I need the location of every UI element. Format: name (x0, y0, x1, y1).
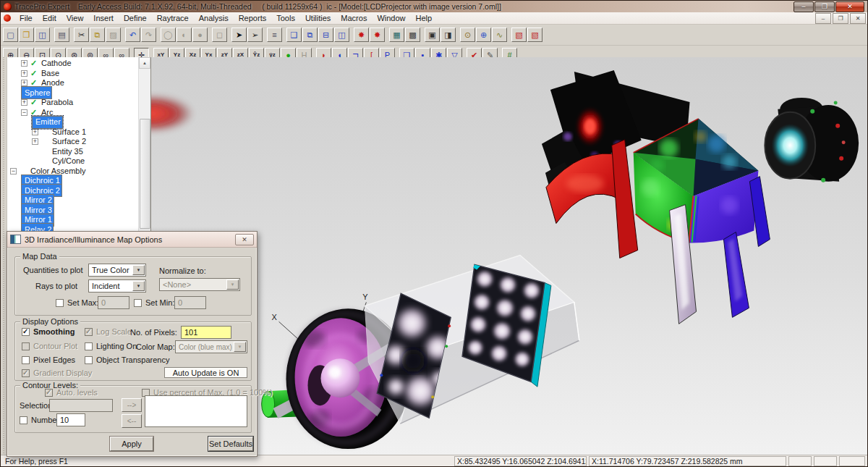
integrator-rod[interactable] (765, 98, 859, 182)
number-checkbox[interactable]: Number: (20, 416, 61, 424)
tree-item-label[interactable]: Cyl/Cone (51, 156, 86, 166)
save-file-icon[interactable]: ◫ (35, 28, 50, 42)
checkbox-box[interactable] (134, 299, 142, 307)
srt-tool-icon[interactable]: ▧ (511, 28, 527, 42)
tree-item-base[interactable]: +✓Base (7, 69, 138, 79)
tree-item-surface-1[interactable]: +Surface 1 (7, 127, 138, 138)
menu-utilities[interactable]: Utilities (300, 13, 336, 23)
minimize-button[interactable]: – (793, 1, 814, 12)
new-window-icon[interactable]: ❑ (286, 28, 302, 42)
menu-define[interactable]: Define (119, 13, 152, 23)
tree-item-label[interactable]: Entity 35 (51, 147, 85, 156)
auto-update-indicator[interactable]: Auto Update is ON (164, 367, 247, 378)
menu-analysis[interactable]: Analysis (194, 13, 234, 23)
tree-item-surface-2[interactable]: +Surface 2 (7, 137, 138, 147)
expand-icon[interactable]: + (21, 60, 27, 67)
select-arrow-icon[interactable]: ➤ (231, 28, 247, 42)
pixels-input[interactable]: 101 (181, 326, 231, 339)
new-file-icon[interactable]: ▢ (3, 28, 18, 42)
dialog-title-bar[interactable]: 3D Irradiance/Illuminance Map Options ✕ (7, 232, 257, 248)
cut-icon[interactable]: ✂ (74, 28, 89, 42)
raytrace-audit-icon[interactable]: ✸ (354, 28, 369, 42)
object-transparency-checkbox[interactable]: Object Transparency (85, 355, 170, 364)
expand-icon[interactable]: + (21, 70, 27, 77)
tree-item-label[interactable]: Sphere (21, 86, 52, 99)
grid-options-icon[interactable]: ▩ (405, 28, 420, 42)
irradiance-map-icon[interactable]: ▣ (425, 28, 440, 42)
menu-tools[interactable]: Tools (271, 13, 300, 23)
set-defaults-button[interactable]: Set Defaults (208, 437, 253, 451)
vertex-pick-icon[interactable]: ➢ (247, 28, 263, 42)
tree-item-entity-35[interactable]: Entity 35 (7, 147, 138, 157)
pixel-edges-checkbox[interactable]: Pixel Edges (22, 355, 75, 364)
tree-item-sphere[interactable]: +✓Sphere (7, 88, 138, 98)
undo-icon[interactable]: ↶ (125, 28, 140, 42)
tree-item-label[interactable]: Base (40, 69, 61, 78)
menu-file[interactable]: File (14, 13, 38, 23)
collapse-icon[interactable]: − (10, 168, 17, 174)
chevron-down-icon[interactable]: ▼ (132, 281, 145, 291)
checkbox-box[interactable] (22, 356, 30, 364)
tree-item-label[interactable]: Cathode (40, 59, 73, 68)
checkbox-box[interactable] (20, 416, 27, 424)
menu-raytrace[interactable]: Raytrace (152, 13, 194, 23)
dialog-close-icon[interactable]: ✕ (235, 234, 254, 245)
menu-edit[interactable]: Edit (38, 13, 61, 23)
mdi-minimize-button[interactable]: – (815, 13, 831, 24)
dichroic-blade-blue-2[interactable] (723, 232, 749, 318)
maximize-button[interactable]: ❐ (814, 1, 835, 12)
collapse-icon[interactable]: − (21, 109, 27, 116)
illuminance-globe-icon[interactable]: ⊕ (476, 28, 491, 42)
menu-help[interactable]: Help (411, 13, 438, 23)
checkbox-box[interactable] (85, 356, 93, 364)
set-max-checkbox[interactable]: Set Max: (56, 298, 98, 307)
tile-horizontal-icon[interactable]: ⊟ (318, 28, 333, 42)
tree-item-label[interactable]: Surface 2 (51, 137, 88, 146)
tree-item-emitter[interactable]: +Emitter (7, 117, 138, 127)
menu-view[interactable]: View (61, 13, 89, 23)
menu-insert[interactable]: Insert (88, 13, 119, 23)
expand-icon[interactable]: + (21, 99, 27, 106)
toolbar-group: ❑⧉⊟◫ (286, 28, 350, 42)
add-level-button: --> (122, 398, 142, 412)
raytrace-reu-icon[interactable]: ✸ (370, 28, 385, 42)
irradiance-3d-map-icon[interactable]: ◨ (441, 28, 456, 42)
expand-icon[interactable]: + (32, 129, 38, 135)
expand-icon[interactable]: + (32, 138, 38, 145)
close-button[interactable]: ✕ (835, 1, 864, 12)
cascade-windows-icon[interactable]: ⧉ (302, 28, 318, 42)
apply-button[interactable]: Apply (110, 437, 153, 451)
print-icon[interactable]: ▤ (54, 28, 69, 42)
tree-item-label[interactable]: Emitter (32, 116, 63, 129)
tree-item-arc[interactable]: −✓Arc (7, 108, 138, 118)
contour-levels-list[interactable] (145, 395, 247, 427)
checkbox-box[interactable] (22, 328, 30, 336)
copy-icon[interactable]: ⧉ (90, 28, 105, 42)
menu-window[interactable]: Window (372, 13, 410, 23)
number-input[interactable]: 10 (56, 413, 85, 426)
notes-icon[interactable]: ≡ (267, 28, 282, 42)
smoothing-checkbox[interactable]: Smoothing (22, 327, 75, 336)
scrollbar-up-icon[interactable]: ▲ (139, 57, 150, 69)
quantities-select[interactable]: True Color▼ (88, 264, 146, 277)
mdi-restore-button[interactable]: ❐ (833, 13, 848, 24)
tree-item-cyl-cone[interactable]: Cyl/Cone (7, 156, 138, 167)
luminance-chart-icon[interactable]: ∿ (492, 28, 507, 42)
lighting-on-checkbox[interactable]: Lighting On (85, 342, 137, 350)
rays-select[interactable]: Incident▼ (88, 279, 146, 293)
mdi-close-button[interactable]: ✕ (850, 13, 866, 24)
tree-item-cathode[interactable]: +✓Cathode (7, 59, 138, 69)
menu-reports[interactable]: Reports (234, 13, 272, 23)
checkbox-box[interactable] (85, 342, 93, 350)
menu-macros[interactable]: Macros (336, 13, 372, 23)
tile-vertical-icon[interactable]: ◫ (334, 28, 349, 42)
open-file-icon[interactable]: ❒ (19, 28, 34, 42)
grid-raytrace-icon[interactable]: ▦ (389, 28, 404, 42)
checkbox-box[interactable] (56, 299, 64, 307)
expand-icon[interactable]: + (21, 80, 27, 86)
candela-plot-icon[interactable]: ⊙ (460, 28, 475, 42)
chevron-down-icon[interactable]: ▼ (132, 265, 145, 275)
scrollbar-thumb[interactable] (140, 119, 150, 229)
set-min-checkbox[interactable]: Set Min: (134, 298, 174, 307)
opl-tool-icon[interactable]: ▧ (527, 28, 542, 42)
